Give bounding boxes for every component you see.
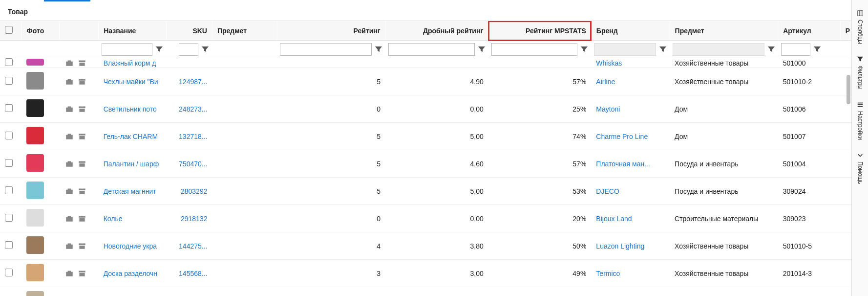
- product-name-link[interactable]: Гель-лак CHARM: [104, 133, 158, 140]
- archive-icon[interactable]: [77, 269, 87, 278]
- filter-icon[interactable]: [767, 46, 775, 53]
- briefcase-icon[interactable]: [64, 187, 74, 196]
- product-name-link[interactable]: Новогодние укра: [104, 242, 157, 250]
- briefcase-icon[interactable]: [64, 59, 74, 68]
- briefcase-icon[interactable]: [64, 269, 74, 278]
- filter-sku[interactable]: [179, 43, 198, 56]
- product-name-link[interactable]: Детская магннит: [104, 187, 156, 195]
- archive-icon[interactable]: [77, 187, 87, 196]
- sku-link[interactable]: 124987...: [179, 78, 207, 86]
- filter-icon[interactable]: [478, 46, 486, 53]
- filter-mpstats[interactable]: [491, 43, 578, 56]
- product-name-link[interactable]: Влажный корм д: [104, 59, 156, 67]
- sidebar-columns[interactable]: Столбцы: [855, 4, 866, 50]
- filter-artikul[interactable]: [781, 43, 810, 56]
- product-name-link[interactable]: Светильник пото: [104, 105, 157, 113]
- briefcase-icon[interactable]: [64, 105, 74, 114]
- row-checkbox[interactable]: [5, 159, 13, 167]
- sku-link[interactable]: 2803292: [181, 187, 208, 195]
- filter-drating[interactable]: [388, 43, 475, 56]
- briefcase-icon[interactable]: [64, 242, 74, 250]
- row-checkbox[interactable]: [5, 77, 13, 85]
- product-thumbnail[interactable]: [26, 72, 44, 90]
- archive-icon[interactable]: [77, 214, 87, 223]
- col-last[interactable]: Р: [841, 22, 851, 40]
- product-name-link[interactable]: Чехлы-майки "Ви: [104, 78, 158, 86]
- col-artikul[interactable]: Артикул: [778, 22, 840, 40]
- briefcase-icon[interactable]: [64, 132, 74, 141]
- brand-link[interactable]: Whiskas: [596, 59, 622, 67]
- archive-icon[interactable]: [77, 105, 87, 114]
- row-checkbox[interactable]: [5, 104, 13, 112]
- brand-link[interactable]: Bijoux Land: [596, 215, 632, 223]
- sku-link[interactable]: 144275...: [179, 242, 207, 250]
- product-thumbnail[interactable]: [26, 209, 44, 227]
- filter-rating[interactable]: [280, 43, 372, 56]
- product-thumbnail[interactable]: [26, 291, 44, 296]
- row-checkbox[interactable]: [5, 269, 13, 276]
- brand-link[interactable]: Airline: [596, 78, 615, 86]
- col-brand[interactable]: Бренд: [592, 22, 670, 40]
- archive-icon[interactable]: [77, 159, 87, 168]
- product-thumbnail[interactable]: [26, 236, 44, 254]
- rating-cell: 0: [277, 95, 385, 123]
- sku-link[interactable]: 145568...: [179, 270, 207, 277]
- product-name-link[interactable]: Палантин / шарф: [104, 160, 159, 168]
- briefcase-icon[interactable]: [64, 214, 74, 223]
- briefcase-icon[interactable]: [64, 77, 74, 86]
- brand-link[interactable]: Charme Pro Line: [596, 133, 648, 140]
- filter-row: [0, 41, 851, 58]
- product-thumbnail[interactable]: [26, 127, 44, 144]
- filter-icon[interactable]: [375, 46, 382, 53]
- col-predmet2[interactable]: Предмет: [670, 22, 778, 40]
- filter-icon[interactable]: [201, 46, 209, 53]
- sku-link[interactable]: 750470...: [179, 160, 207, 168]
- archive-icon[interactable]: [77, 132, 87, 141]
- archive-icon[interactable]: [77, 77, 87, 86]
- filter-icon[interactable]: [813, 46, 821, 53]
- sku-link[interactable]: 132718...: [179, 133, 207, 140]
- col-drating[interactable]: Дробный рейтинг: [386, 22, 488, 40]
- product-thumbnail[interactable]: [26, 264, 44, 281]
- brand-link[interactable]: Платочная ман...: [596, 160, 650, 168]
- sidebar-settings[interactable]: Настройки: [855, 95, 866, 146]
- columns-icon: [857, 10, 864, 17]
- row-checkbox[interactable]: [5, 58, 13, 66]
- table-scroll[interactable]: Фото Название SKU Предмет Рейтинг Дробны…: [0, 21, 851, 296]
- archive-icon[interactable]: [77, 242, 87, 250]
- col-mpstats[interactable]: Рейтинг MPSTATS: [488, 22, 591, 40]
- row-checkbox[interactable]: [5, 214, 13, 222]
- rating-cell: 3: [277, 260, 385, 287]
- product-thumbnail[interactable]: [26, 99, 44, 117]
- brand-link[interactable]: Luazon Lighting: [596, 242, 644, 250]
- product-thumbnail[interactable]: [26, 154, 44, 172]
- col-rating[interactable]: Рейтинг: [277, 22, 385, 40]
- col-name[interactable]: Название: [99, 22, 166, 40]
- filter-icon[interactable]: [580, 46, 588, 53]
- row-checkbox[interactable]: [5, 186, 13, 194]
- col-photo[interactable]: Фото: [22, 22, 60, 40]
- col-predmet[interactable]: Предмет: [212, 22, 277, 40]
- sidebar-filters[interactable]: Фильтры: [855, 50, 866, 95]
- col-sku[interactable]: SKU: [167, 22, 212, 40]
- brand-link[interactable]: Termico: [596, 270, 620, 277]
- scrollbar-thumb[interactable]: [847, 75, 850, 104]
- product-name-link[interactable]: Доска разделочн: [104, 270, 157, 277]
- sidebar-help[interactable]: Помощь: [855, 146, 866, 190]
- sku-link[interactable]: 2918132: [181, 215, 208, 223]
- filter-icon[interactable]: [659, 46, 667, 53]
- product-name-link[interactable]: Колье: [104, 215, 123, 223]
- archive-icon[interactable]: [77, 59, 87, 68]
- row-checkbox[interactable]: [5, 241, 13, 249]
- brand-link[interactable]: DJECO: [596, 187, 619, 195]
- filter-name[interactable]: [102, 43, 153, 56]
- select-all-checkbox[interactable]: [5, 26, 13, 34]
- sku-link[interactable]: 248273...: [179, 105, 207, 113]
- briefcase-icon[interactable]: [64, 159, 74, 168]
- product-thumbnail[interactable]: [26, 59, 44, 66]
- product-thumbnail[interactable]: [26, 182, 44, 199]
- brand-link[interactable]: Maytoni: [596, 105, 620, 113]
- row-checkbox[interactable]: [5, 132, 13, 139]
- rating-cell: 5: [277, 123, 385, 150]
- filter-icon[interactable]: [155, 46, 163, 53]
